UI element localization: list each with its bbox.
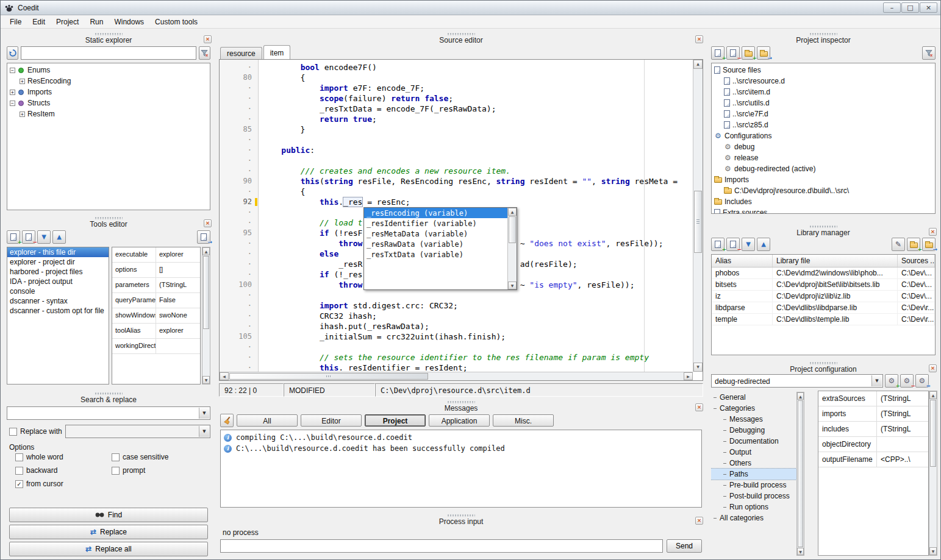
- editor-tab-item[interactable]: item: [263, 45, 291, 60]
- property-row[interactable]: workingDirect: [112, 339, 200, 354]
- scroll-thumb[interactable]: [930, 400, 936, 467]
- editor-vscrollbar[interactable]: ▲ ▼: [693, 60, 703, 372]
- property-value[interactable]: <CPP>..\: [877, 452, 928, 467]
- process-input-field[interactable]: [220, 539, 663, 553]
- panel-header[interactable]: Static explorer: [4, 32, 213, 44]
- tool-list-item[interactable]: harbored - project files: [7, 267, 109, 277]
- tree-item[interactable]: Source files: [712, 65, 935, 76]
- tree-item[interactable]: Debugging: [711, 425, 796, 436]
- property-row[interactable]: parameters(TStringL: [112, 278, 200, 293]
- properties-scrollbar[interactable]: ▲ ▼: [929, 391, 937, 556]
- scroll-right-icon[interactable]: ▶: [684, 372, 693, 380]
- edit-library-button[interactable]: ✎: [892, 238, 905, 251]
- scroll-down-icon[interactable]: ▼: [693, 363, 703, 372]
- chevron-down-icon[interactable]: [199, 426, 209, 437]
- panel-header[interactable]: Source editor: [218, 32, 704, 44]
- move-tool-up-button[interactable]: ▲: [52, 230, 66, 244]
- filter-button-misc[interactable]: Misc.: [493, 414, 554, 427]
- checkbox-icon[interactable]: [112, 453, 120, 461]
- filter-button-editor[interactable]: Editor: [301, 414, 362, 427]
- completion-scrollbar[interactable]: ▲ ▼: [507, 208, 517, 289]
- tree-item[interactable]: Includes: [712, 196, 935, 207]
- close-icon[interactable]: [695, 35, 703, 43]
- tree-item[interactable]: ⚙release: [712, 152, 935, 163]
- tree-item[interactable]: ⚙debug-redirected (active): [712, 163, 935, 174]
- property-row[interactable]: options[]: [112, 263, 200, 278]
- checkbox-icon[interactable]: [15, 453, 23, 461]
- add-configuration-button[interactable]: ⚙+: [885, 374, 898, 388]
- tree-item[interactable]: Pre-build process: [711, 480, 796, 491]
- search-term-combo[interactable]: [7, 406, 210, 420]
- symbol-filter-input[interactable]: [21, 46, 196, 60]
- property-row[interactable]: queryParametFalse: [112, 293, 200, 308]
- config-property-row[interactable]: imports(TStringL: [818, 406, 928, 422]
- panel-header[interactable]: Messages: [218, 400, 704, 413]
- tree-item[interactable]: All categories: [711, 512, 796, 523]
- tree-item[interactable]: +Imports: [7, 87, 210, 97]
- tool-list-item[interactable]: dscanner - custom opt for file: [7, 306, 109, 316]
- tree-item[interactable]: ..\src\e7F.d: [712, 108, 935, 119]
- tree-item[interactable]: Post-build process: [711, 491, 796, 502]
- library-row[interactable]: libdparseC:\Dev\dlibs\libdparse.libC:\De…: [712, 302, 935, 314]
- configuration-combo[interactable]: debug-redirected: [711, 374, 883, 388]
- config-property-row[interactable]: objectDirectory: [818, 437, 928, 452]
- tool-list-item[interactable]: IDA - project output: [7, 277, 109, 286]
- scroll-down-icon[interactable]: ▼: [797, 548, 804, 555]
- replace-all-button[interactable]: ⇄ Replace all: [9, 542, 208, 556]
- close-icon[interactable]: [204, 35, 212, 43]
- property-value[interactable]: []: [156, 263, 200, 277]
- column-header[interactable]: Sources ...: [898, 255, 935, 267]
- menu-project[interactable]: Project: [51, 16, 84, 28]
- search-option[interactable]: prompt: [112, 466, 208, 475]
- library-row[interactable]: izC:\Dev\dproj\iz\lib\iz.libC:\Dev\...: [712, 291, 935, 302]
- replace-with-checkbox[interactable]: [9, 428, 17, 436]
- editor-hscrollbar[interactable]: ◀ ▶: [220, 372, 693, 380]
- library-row[interactable]: bitsetsC:\Dev\dproj\bitSet\lib\bitsets.l…: [712, 279, 935, 291]
- clone-configuration-button[interactable]: ⚙=: [915, 374, 929, 388]
- search-option[interactable]: whole word: [15, 453, 112, 461]
- completion-item[interactable]: _resTxtData (variable): [364, 249, 507, 260]
- title-bar[interactable]: Coedit – □ ×: [1, 1, 940, 15]
- search-option[interactable]: case sensitive: [112, 453, 208, 461]
- tree-item[interactable]: Documentation: [711, 436, 796, 447]
- tree-item[interactable]: Imports: [712, 174, 935, 185]
- clear-filter-button[interactable]: [199, 46, 210, 60]
- menu-windows[interactable]: Windows: [109, 16, 149, 28]
- menu-run[interactable]: Run: [84, 16, 109, 28]
- refresh-button[interactable]: [7, 46, 18, 60]
- tree-item[interactable]: −Enums: [7, 65, 210, 76]
- config-property-row[interactable]: extraSources(TStringL: [818, 391, 928, 406]
- close-button[interactable]: ×: [920, 2, 937, 13]
- open-folder-button[interactable]: →: [757, 46, 770, 60]
- add-folder-button[interactable]: +: [742, 46, 755, 60]
- scroll-thumb[interactable]: [229, 373, 428, 380]
- scroll-up-icon[interactable]: ▲: [693, 60, 703, 69]
- tree-item[interactable]: Others: [711, 458, 796, 469]
- property-value[interactable]: (TStringL: [877, 422, 928, 436]
- config-property-row[interactable]: includes(TStringL: [818, 422, 928, 437]
- chevron-down-icon[interactable]: [871, 375, 882, 386]
- checkbox-icon[interactable]: [15, 480, 23, 488]
- tree-item[interactable]: ..\src\item.d: [712, 87, 935, 97]
- remove-source-button[interactable]: −: [726, 46, 740, 60]
- scroll-up-icon[interactable]: ▲: [797, 392, 804, 400]
- tree-item[interactable]: C:\Dev\dproj\resource.d\build\..\src\: [712, 185, 935, 196]
- maximize-button[interactable]: □: [901, 2, 919, 13]
- scroll-down-icon[interactable]: ▼: [202, 376, 210, 384]
- checkbox-icon[interactable]: [112, 467, 120, 475]
- property-row[interactable]: toolAliasexplorer: [112, 324, 200, 339]
- tool-list-item[interactable]: console: [7, 286, 109, 296]
- tree-item[interactable]: General: [711, 392, 796, 403]
- clear-messages-button[interactable]: [220, 414, 234, 427]
- tree-item[interactable]: Messages: [711, 414, 796, 425]
- move-library-up-button[interactable]: ▲: [757, 238, 770, 251]
- menu-file[interactable]: File: [4, 16, 27, 28]
- completion-item[interactable]: _resMetaData (variable): [364, 229, 507, 239]
- config-property-row[interactable]: outputFilename<CPP>..\: [818, 452, 928, 467]
- find-button[interactable]: Find: [9, 508, 208, 522]
- scroll-thumb[interactable]: [203, 256, 209, 329]
- library-row[interactable]: templeC:\Dev\dlibs\temple.libC:\Dev\r...: [712, 314, 935, 325]
- property-row[interactable]: executableexplorer: [112, 247, 200, 263]
- tool-list-item[interactable]: explorer - this file dir: [7, 247, 109, 257]
- completion-item[interactable]: _resIdentifier (variable): [364, 218, 507, 229]
